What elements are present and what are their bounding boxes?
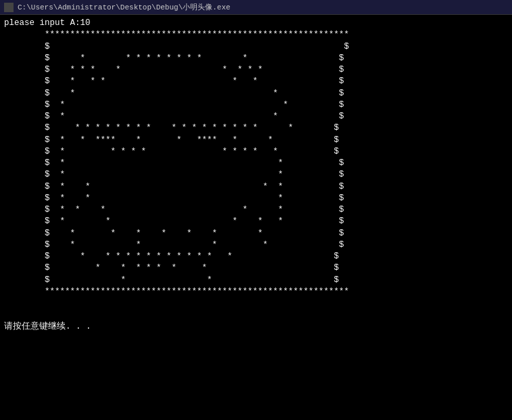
title-bar: C:\Users\Administrator\Desktop\Debug\小明头… [0, 0, 512, 15]
console-line-prompt: please input A:10 **********************… [4, 18, 349, 331]
title-bar-label: C:\Users\Administrator\Desktop\Debug\小明头… [18, 2, 231, 12]
console-output: please input A:10 **********************… [0, 15, 512, 420]
app-icon [4, 3, 14, 12]
